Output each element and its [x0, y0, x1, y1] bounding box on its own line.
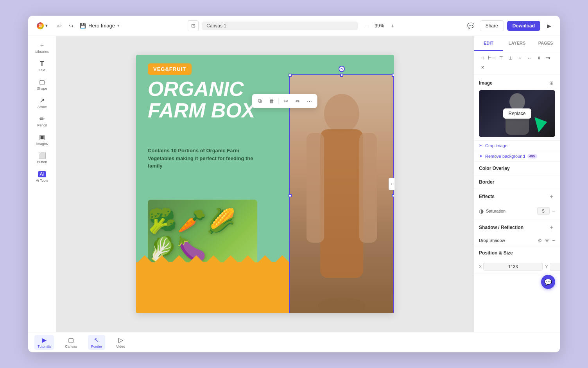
delete-button[interactable]: 🗑 — [266, 96, 277, 106]
crop-tool-button[interactable]: ✂ — [281, 96, 292, 106]
effects-header[interactable]: Effects + — [474, 189, 560, 204]
shadow-visible-button[interactable]: 👁 — [545, 238, 550, 244]
rotation-handle[interactable]: ↻ — [339, 66, 345, 72]
title-line1: ORGANIC — [148, 78, 255, 100]
remove-bg-label: Remove background — [485, 154, 525, 159]
handle-middle-left[interactable] — [289, 194, 292, 197]
tab-pages[interactable]: PAGES — [531, 36, 560, 51]
sidebar-item-button[interactable]: ⬜ Button — [30, 150, 54, 167]
handle-top-middle[interactable] — [340, 74, 343, 77]
app-window: G ▾ ↩ ↪ 💾 Hero Image ▾ ⊡ Canvas 1 − 39% … — [28, 16, 560, 352]
tab-layers[interactable]: LAYERS — [503, 36, 531, 51]
saturation-value[interactable]: 5 — [537, 207, 550, 215]
shadow-minus-button[interactable]: − — [552, 237, 555, 244]
alignment-tools: ⊣ ⊢⊣ ⊤ ⊥ + ↔ ⇕ ≡▾ ✕ — [474, 51, 560, 74]
panel-toggle-button[interactable]: › — [389, 178, 395, 190]
sidebar-item-text[interactable]: T Text — [30, 58, 54, 75]
google-button[interactable]: G ▾ — [34, 21, 51, 31]
selection-toolbar: ⧉ 🗑 ✂ ✏ ⋯ — [252, 94, 317, 108]
handle-top-right[interactable] — [392, 74, 394, 77]
y-input[interactable] — [550, 263, 560, 271]
effects-add-button[interactable]: + — [548, 193, 555, 200]
bottom-tool-tutorials[interactable]: ▶ Tutorials — [34, 335, 54, 350]
bottom-tool-pointer[interactable]: ↖ Pointer — [88, 335, 106, 350]
shadow-settings-button[interactable]: ⚙ — [538, 238, 542, 244]
comment-button[interactable]: 💬 — [466, 20, 477, 31]
share-button[interactable]: Share — [480, 20, 504, 31]
file-dropdown-icon: ▾ — [117, 23, 120, 28]
image-preview[interactable]: Replace — [479, 90, 555, 137]
header-left: G ▾ ↩ ↪ 💾 Hero Image ▾ — [34, 20, 120, 31]
frame-button[interactable]: ⊡ — [188, 20, 199, 31]
edit-tool-button[interactable]: ✏ — [292, 96, 303, 106]
effects-content: ◑ Saturation 5 − — [474, 204, 560, 220]
main-title: ORGANIC FARM BOX — [148, 78, 255, 121]
canvas-area[interactable]: VEG&FRUIT ORGANIC FARM BOX Contains 10 P… — [56, 36, 474, 332]
shadow-header[interactable]: Shadow / Reflection + — [474, 220, 560, 235]
chat-bubble-button[interactable]: 💬 — [541, 275, 555, 289]
border-header[interactable]: Border — [474, 175, 560, 189]
person-selection-box[interactable]: ↻ — [289, 74, 394, 313]
shadow-add-button[interactable]: + — [548, 224, 555, 231]
sidebar-item-ai-tools[interactable]: AI Ai Tools — [30, 168, 54, 186]
distribute-h-button[interactable]: ↔ — [525, 54, 534, 62]
x-input[interactable] — [483, 263, 543, 271]
effects-title: Effects — [479, 194, 495, 199]
google-dropdown: ▾ — [45, 23, 48, 28]
color-overlay-header[interactable]: Color Overlay — [474, 162, 560, 175]
zoom-value: 39% — [372, 23, 386, 29]
sidebar-item-pencil[interactable]: ✏ Pencil — [30, 113, 54, 130]
distribute-v-button[interactable]: ⇕ — [534, 54, 543, 62]
remove-background-action[interactable]: ✦ Remove background 495 — [474, 151, 560, 162]
toolbar-divider — [279, 98, 279, 104]
pointer-label: Pointer — [91, 345, 102, 348]
color-overlay-title: Color Overlay — [479, 166, 510, 171]
zoom-in-button[interactable]: + — [388, 21, 397, 31]
saturation-minus-button[interactable]: − — [552, 208, 555, 214]
play-button[interactable]: ▶ — [543, 20, 554, 31]
chat-area: 💬 — [474, 274, 560, 294]
tab-edit[interactable]: EDIT — [474, 36, 503, 51]
undo-button[interactable]: ↩ — [54, 20, 65, 31]
shadow-row: Drop Shadow ⚙ 👁 − — [474, 235, 560, 246]
canvas-label[interactable]: Canvas 1 — [202, 22, 358, 30]
download-button[interactable]: Download — [507, 21, 540, 31]
more-align-button[interactable]: ✕ — [478, 63, 487, 72]
image-grid-button[interactable]: ⊞ — [547, 79, 555, 87]
design-canvas: VEG&FRUIT ORGANIC FARM BOX Contains 10 P… — [136, 55, 394, 313]
crop-image-action[interactable]: ✂ Crop image — [474, 141, 560, 151]
ai-tools-icon: AI — [38, 171, 46, 177]
redo-button[interactable]: ↪ — [66, 20, 77, 31]
canvas-icon: ▢ — [68, 336, 74, 344]
y-field: Y — [545, 263, 560, 271]
arrow-label: Arrow — [38, 105, 47, 109]
sidebar-item-arrow[interactable]: ↗ Arrow — [30, 94, 54, 112]
text-icon: T — [40, 61, 44, 67]
image-section: Image ⊞ Replace — [474, 74, 560, 141]
main-content: + Libraries T Text ▢ Shape ↗ Arrow ✏ Pen… — [28, 36, 560, 332]
file-name-label: Hero Image — [88, 23, 115, 29]
replace-tooltip[interactable]: Replace — [503, 108, 531, 119]
copy-button[interactable]: ⧉ — [255, 96, 265, 106]
align-right-button[interactable]: + — [516, 54, 524, 62]
zoom-out-button[interactable]: − — [361, 21, 371, 31]
pencil-label: Pencil — [37, 123, 47, 127]
align-options-button[interactable]: ≡▾ — [544, 54, 552, 62]
bottom-tool-video[interactable]: ▷ Video — [113, 335, 128, 350]
svg-point-5 — [509, 93, 525, 110]
position-header[interactable]: Position & Size — [474, 246, 560, 260]
header-center: ⊡ Canvas 1 − 39% + — [124, 20, 461, 31]
effects-section: Effects + ◑ Saturation 5 − — [474, 189, 560, 220]
sidebar-item-libraries[interactable]: + Libraries — [30, 39, 54, 57]
align-top-button[interactable]: ⊤ — [497, 54, 506, 62]
sidebar-item-images[interactable]: ▣ Images — [30, 131, 54, 149]
more-options-button[interactable]: ⋯ — [304, 96, 315, 106]
handle-middle-right[interactable] — [392, 194, 394, 197]
bottom-tool-canvas[interactable]: ▢ Canvas — [62, 335, 80, 350]
align-center-h-button[interactable]: ⊢⊣ — [488, 54, 496, 62]
align-left-button[interactable]: ⊣ — [478, 54, 487, 62]
handle-top-left[interactable] — [289, 74, 292, 77]
align-middle-v-button[interactable]: ⊥ — [506, 54, 515, 62]
sidebar-item-shape[interactable]: ▢ Shape — [30, 76, 54, 94]
saturation-label: Saturation — [486, 209, 535, 213]
